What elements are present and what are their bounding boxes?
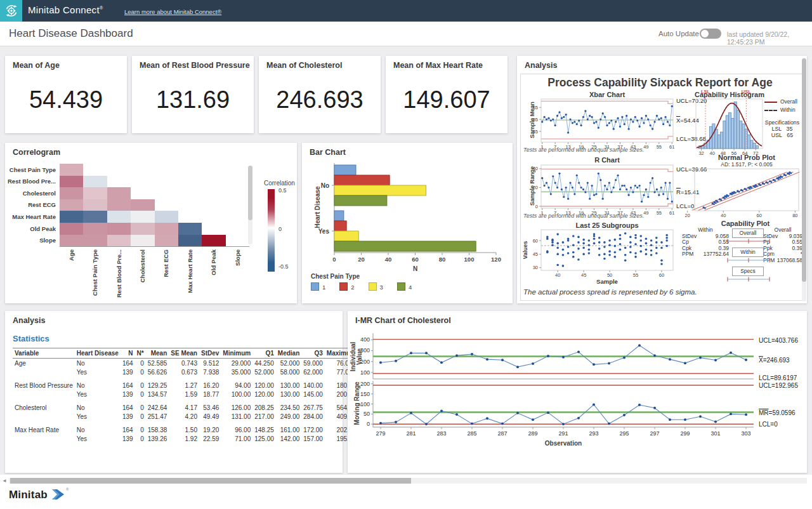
xbar-mean-label: X=54.44 bbox=[676, 117, 699, 124]
minitab-connect-logo[interactable] bbox=[0, 0, 22, 22]
capability-overall-stats: OverallStDev9.039Pp0.55Ppk0.39Cpm*PPM137… bbox=[763, 227, 802, 264]
capability-box-within: Within bbox=[732, 248, 764, 257]
scroll-left-arrow-icon[interactable]: ◄ bbox=[2, 478, 7, 484]
svg-text:100: 100 bbox=[360, 401, 370, 407]
legend-tick-low: -0.5 bbox=[278, 263, 289, 270]
svg-text:20: 20 bbox=[358, 256, 365, 263]
auto-update-toggle[interactable] bbox=[700, 29, 721, 39]
kpi-value: 54.439 bbox=[5, 86, 127, 114]
svg-text:200: 200 bbox=[360, 381, 370, 387]
bar-legend-item[interactable]: 1 bbox=[311, 282, 325, 291]
ad-statistic: AD: 1.517, P: < 0.005 bbox=[695, 161, 799, 168]
correlogram-cell[interactable] bbox=[83, 187, 107, 199]
correlogram-cell[interactable] bbox=[60, 176, 83, 188]
mr-ucl-label: UCL=192.965 bbox=[759, 382, 798, 389]
imr-lcl-label: LCL=89.6197 bbox=[759, 374, 797, 381]
correlogram-cell[interactable] bbox=[155, 223, 178, 235]
stats-column-header: Q1 bbox=[252, 348, 276, 359]
xbar-note: Tests are performed with unequal sample … bbox=[523, 147, 644, 153]
correlogram-row-label: Rest Blood Pre... bbox=[5, 178, 56, 185]
kpi-label: Mean of Cholesterol bbox=[266, 61, 342, 70]
r-chart-note: Tests are performed with unequal sample … bbox=[523, 213, 644, 219]
correlogram-cell[interactable] bbox=[202, 235, 225, 247]
legend-tick-zero: 0 bbox=[278, 226, 282, 232]
correlogram-row-label: Cholesterol bbox=[5, 190, 56, 197]
stats-table-row: Yes1390134.571.5918.77100.00120.00130.00… bbox=[13, 390, 358, 399]
capability-within-stats: WithinStDev9.058Cp0.55Cpk0.39PPM137752.6… bbox=[682, 227, 729, 258]
bar-legend-item[interactable]: 4 bbox=[397, 282, 412, 291]
panel-title: Analysis bbox=[13, 316, 45, 325]
legend-swatch bbox=[311, 282, 319, 291]
stats-column-header: StDev bbox=[199, 348, 221, 359]
bar-legend-item[interactable]: 2 bbox=[339, 282, 354, 291]
sixpack-scrollbar-track[interactable] bbox=[802, 58, 806, 301]
kpi-label: Mean of Rest Blood Pressure bbox=[140, 61, 250, 70]
svg-text:50: 50 bbox=[363, 411, 370, 417]
sixpack-scrollbar-thumb[interactable] bbox=[802, 58, 806, 282]
stats-column-header: Heart Disease bbox=[75, 348, 121, 359]
svg-text:0: 0 bbox=[332, 256, 336, 263]
statistics-card: Analysis Statistics VariableHeart Diseas… bbox=[5, 311, 343, 473]
correlogram-cell[interactable] bbox=[83, 211, 107, 223]
sixpack-caption: The actual process spread is represented… bbox=[523, 288, 697, 296]
correlogram-cell[interactable] bbox=[60, 235, 83, 247]
correlogram-cell[interactable] bbox=[60, 187, 83, 199]
correlogram-cell[interactable] bbox=[60, 223, 83, 235]
capability-stat-row: PPM137752.64 bbox=[682, 251, 729, 258]
svg-text:150: 150 bbox=[360, 391, 370, 397]
correlogram-cell[interactable] bbox=[155, 235, 178, 247]
svg-text:283: 283 bbox=[436, 430, 446, 437]
last25-ylabel: Values bbox=[522, 225, 528, 275]
correlogram-cell[interactable] bbox=[131, 235, 154, 247]
overall-line-swatch bbox=[764, 102, 777, 103]
correlogram-cell[interactable] bbox=[83, 199, 107, 211]
bar-legend-item[interactable]: 3 bbox=[369, 282, 383, 291]
xbar-lcl-label: LCL=38.68 bbox=[676, 135, 706, 142]
correlogram-cell[interactable] bbox=[83, 235, 107, 247]
correlogram-cell[interactable] bbox=[60, 164, 83, 176]
last25-xlabel: Sample bbox=[541, 278, 673, 285]
correlogram-cell[interactable] bbox=[107, 211, 131, 223]
statistics-subtitle: Statistics bbox=[13, 334, 49, 343]
imr-xlabel: Observation bbox=[373, 440, 754, 447]
correlogram-cell[interactable] bbox=[155, 211, 178, 223]
panel-title: Analysis bbox=[525, 61, 557, 70]
xbar-chart-title: Xbar Chart bbox=[541, 91, 673, 98]
correlogram-scrollbar-thumb[interactable] bbox=[248, 166, 252, 220]
last-updated-text: last updated 9/20/22, 12:45:23 PM bbox=[727, 30, 812, 46]
correlogram-cell[interactable] bbox=[60, 211, 83, 223]
correlogram-cell[interactable] bbox=[131, 199, 154, 211]
horizontal-scrollbar-track[interactable] bbox=[9, 478, 807, 484]
r-chart-title: R Chart bbox=[541, 156, 673, 164]
stats-column-header: Mean bbox=[146, 348, 169, 359]
kpi-label: Mean of Age bbox=[13, 61, 60, 70]
correlogram-cell[interactable] bbox=[107, 199, 131, 211]
correlogram-cell[interactable] bbox=[83, 176, 107, 188]
correlogram-cell[interactable] bbox=[83, 223, 107, 235]
correlogram-card: Correlogram Chest Pain TypeRest Blood Pr… bbox=[5, 143, 297, 303]
correlogram-row-label: Chest Pain Type bbox=[5, 166, 56, 173]
learn-more-link[interactable]: Learn more about Minitab Connect® bbox=[124, 8, 221, 15]
svg-text:120: 120 bbox=[491, 256, 501, 263]
correlogram-cell[interactable] bbox=[178, 235, 202, 247]
stats-column-header: N bbox=[121, 348, 135, 359]
legend-swatch bbox=[369, 282, 377, 291]
correlogram-cell[interactable] bbox=[107, 187, 131, 199]
correlogram-cell[interactable] bbox=[107, 235, 131, 247]
correlogram-scrollbar-track[interactable] bbox=[248, 166, 252, 244]
brand-name: Minitab Connect® bbox=[28, 4, 103, 15]
svg-text:299: 299 bbox=[680, 430, 690, 437]
correlogram-cell[interactable] bbox=[178, 223, 202, 235]
bar-legend: 1234 bbox=[311, 282, 426, 291]
correlogram-cell[interactable] bbox=[60, 199, 83, 211]
kpi-card-mean-rest-bp: Mean of Rest Blood Pressure 131.69 bbox=[132, 56, 254, 133]
stats-column-header: Median bbox=[276, 348, 301, 359]
svg-text:40: 40 bbox=[385, 256, 392, 263]
correlogram-cell[interactable] bbox=[131, 223, 154, 235]
minitab-chevron-icon bbox=[52, 489, 65, 499]
correlogram-cell[interactable] bbox=[107, 223, 131, 235]
horizontal-scrollbar-thumb[interactable] bbox=[10, 478, 411, 484]
stats-column-header: Minimum bbox=[221, 348, 252, 359]
kpi-card-mean-age: Mean of Age 54.439 bbox=[5, 56, 127, 133]
correlogram-cell[interactable] bbox=[131, 211, 154, 223]
